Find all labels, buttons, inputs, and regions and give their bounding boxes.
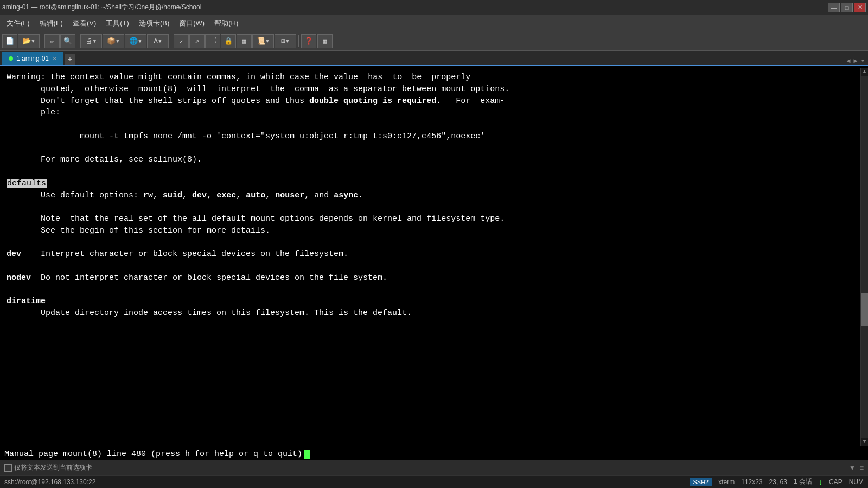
toolbar-font[interactable]: A▾	[147, 34, 169, 48]
minimize-button[interactable]: —	[828, 3, 840, 12]
tab-status-dot	[9, 56, 13, 61]
info-bar: ssh://root@192.168.133.130:22 SSH2 xterm…	[0, 475, 868, 488]
toolbar-fullscreen[interactable]: ⛶	[205, 34, 220, 48]
title-text: aming-01 — root@aminglinux-01: ~/Shell学习…	[2, 3, 201, 12]
context-link: context	[70, 73, 104, 82]
toolbar-help[interactable]: ❓	[301, 34, 316, 48]
menu-tabs[interactable]: 选项卡(B)	[135, 17, 174, 29]
info-right: SSH2 xterm 112x23 23, 63 1 会话 ↓ CAP NUM	[690, 477, 864, 486]
tab-scroll-right-btn[interactable]: ▶	[853, 57, 859, 65]
scroll-track[interactable]	[861, 76, 868, 438]
status-menu-icon[interactable]: ≡	[860, 464, 864, 472]
tab-add-button[interactable]: +	[65, 54, 75, 65]
tab-scroll-left[interactable]: ◀	[845, 57, 851, 65]
bold-diratime-label: diratime	[7, 297, 46, 306]
checkbox-area: 仅将文本发送到当前选项卡	[4, 463, 845, 472]
terminal-type: xterm	[718, 478, 735, 486]
toolbar-open[interactable]: 📂▾	[18, 34, 40, 48]
status-bar: 仅将文本发送到当前选项卡 ▼ ≡	[0, 460, 868, 475]
toolbar-sep-2	[78, 35, 78, 47]
menu-window[interactable]: 窗口(W)	[175, 17, 209, 29]
tab-close-button[interactable]: ✕	[52, 55, 57, 62]
terminal-line-3: Don't forget that the shell strips off q…	[7, 95, 856, 107]
toolbar-group-4: ↙ ↗ ⛶ 🔒 ▦ 📜▾ ⊞▾	[174, 34, 296, 48]
terminal-line-5	[7, 119, 856, 131]
terminal-line-nodev: nodev Do not interpret character or bloc…	[7, 272, 856, 284]
toolbar-extra[interactable]: ▦	[317, 34, 333, 48]
toolbar-edit[interactable]: ✏	[44, 34, 60, 48]
send-to-tab-label: 仅将文本发送到当前选项卡	[14, 463, 92, 472]
terminal-line-2: quoted, otherwise mount(8) will interpre…	[7, 84, 856, 95]
bold-exec: exec	[216, 191, 236, 200]
toolbar-sep-3	[171, 35, 171, 47]
toolbar-connect1[interactable]: ↙	[174, 34, 189, 48]
terminal-line-8: For more details, see selinux(8).	[7, 154, 856, 166]
scroll-down-arrow[interactable]: ▼	[861, 438, 869, 446]
scrollbar[interactable]: ▲ ▼	[860, 68, 868, 446]
title-bar: aming-01 — root@aminglinux-01: ~/Shell学习…	[0, 0, 868, 15]
toolbar-print[interactable]: 🖨▾	[80, 34, 102, 48]
bold-rw: rw	[143, 191, 153, 200]
ssh-info: ssh://root@192.168.133.130:22	[4, 478, 95, 486]
close-button[interactable]: ✕	[854, 3, 866, 12]
terminal-line-defaults: defaults	[7, 178, 856, 190]
menu-edit[interactable]: 编辑(E)	[35, 17, 67, 29]
download-arrow: ↓	[819, 478, 822, 486]
protocol-badge: SSH2	[690, 478, 712, 486]
bold-double-quoting: double quoting is required	[309, 97, 436, 106]
toolbar-transfer[interactable]: 📦▾	[103, 34, 124, 48]
tab-aming-01[interactable]: 1 aming-01 ✕	[2, 52, 63, 65]
terminal-line-dev: dev Interpret character or block special…	[7, 248, 856, 260]
sessions-count: 1 会话	[794, 477, 812, 486]
caps-indicator: CAP	[829, 478, 843, 486]
toolbar-sep-1	[42, 35, 42, 47]
toolbar-sep-4	[298, 35, 299, 47]
bold-async: async	[334, 191, 358, 200]
toolbar-connect2[interactable]: ↗	[189, 34, 205, 48]
tab-bar: 1 aming-01 ✕ + ◀ ▶ ▾	[0, 51, 868, 66]
menu-file[interactable]: 文件(F)	[2, 17, 34, 29]
terminal-line-7	[7, 143, 856, 155]
bold-dev: dev	[192, 191, 207, 200]
toolbar-panel[interactable]: ▦	[237, 34, 252, 48]
menu-tools[interactable]: 工具(T)	[101, 17, 133, 29]
toolbar-globe[interactable]: 🌐▾	[125, 34, 146, 48]
scroll-thumb[interactable]	[861, 293, 868, 326]
terminal-line-16	[7, 284, 856, 296]
toolbar-new[interactable]: 📄	[2, 34, 17, 48]
status-dropdown-arrow[interactable]: ▼	[849, 464, 856, 472]
tab-label: 1 aming-01	[16, 55, 49, 62]
bold-dev-label: dev	[7, 249, 21, 259]
menu-view[interactable]: 查看(V)	[68, 17, 100, 29]
toolbar-split[interactable]: ⊞▾	[275, 34, 296, 48]
title-bar-controls: — □ ✕	[828, 3, 866, 12]
cursor-position: 23, 63	[769, 478, 787, 486]
tab-scroll-controls: ◀ ▶ ▾	[845, 57, 866, 65]
dimensions: 112x23	[741, 478, 762, 486]
terminal-line-4: ple:	[7, 107, 856, 119]
bold-nodev-label: nodev	[7, 273, 31, 282]
terminal-line-10: Use default options: rw, suid, dev, exec…	[7, 190, 856, 202]
scroll-up-arrow[interactable]: ▲	[861, 68, 869, 76]
toolbar-search[interactable]: 🔍	[60, 34, 75, 48]
menu-help[interactable]: 帮助(H)	[210, 17, 242, 29]
tab-scroll-down[interactable]: ▾	[860, 57, 866, 65]
defaults-highlight: defaults	[7, 179, 47, 188]
bold-auto: auto	[246, 191, 265, 200]
status-line-text: Manual page mount(8) line 480 (press h f…	[4, 450, 302, 459]
maximize-button[interactable]: □	[841, 3, 853, 12]
terminal-line-14	[7, 237, 856, 249]
terminal[interactable]: Warning: the context value might contain…	[0, 66, 868, 448]
toolbar-lock[interactable]: 🔒	[221, 34, 236, 48]
toolbar-script[interactable]: 📜▾	[252, 34, 274, 48]
terminal-line-17: Update directory inode access times on t…	[7, 307, 856, 319]
num-indicator: NUM	[849, 478, 864, 486]
send-to-tab-checkbox[interactable]	[4, 464, 12, 472]
terminal-line-13: See the begin of this section for more d…	[7, 225, 856, 237]
toolbar-group-2: ✏ 🔍	[44, 34, 75, 48]
terminal-line-1: Warning: the context value might contain…	[7, 72, 856, 84]
terminal-content: Warning: the context value might contain…	[2, 68, 860, 446]
menu-bar: 文件(F) 编辑(E) 查看(V) 工具(T) 选项卡(B) 窗口(W) 帮助(…	[0, 15, 868, 31]
toolbar: 📄 📂▾ ✏ 🔍 🖨▾ 📦▾ 🌐▾ A▾ ↙ ↗ ⛶ 🔒 ▦ 📜▾ ⊞▾ ❓ ▦	[0, 31, 868, 51]
toolbar-group-3: 🖨▾ 📦▾ 🌐▾ A▾	[80, 34, 169, 48]
